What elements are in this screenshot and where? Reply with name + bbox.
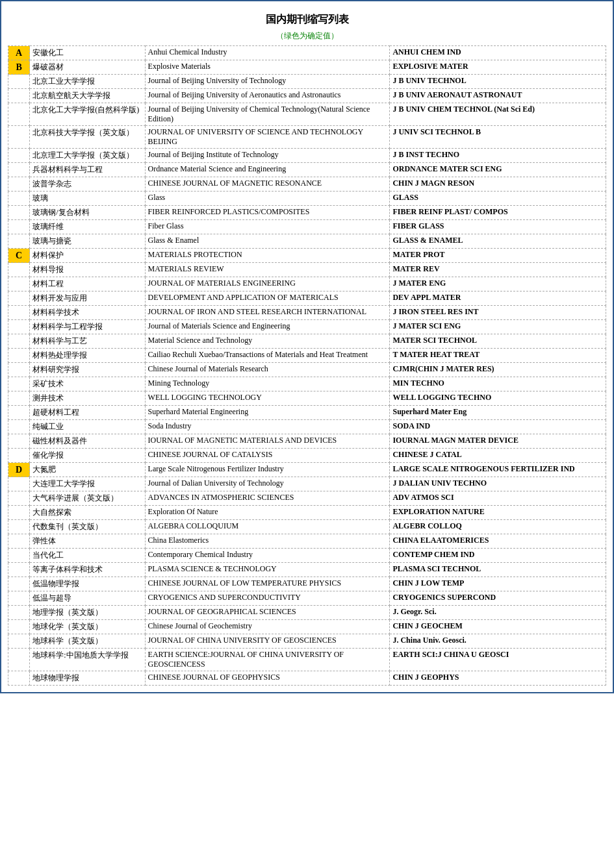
cn-name: 材料科学与工程学报 — [30, 320, 145, 334]
abbr: CRYOGENICS SUPERCOND — [390, 591, 606, 606]
letter-cell — [8, 234, 30, 249]
en-name: Chinese Journal of Materials Research — [145, 363, 390, 377]
en-name: Contemporary Chemical Industry — [145, 549, 390, 563]
cn-name: 玻璃钢/复合材料 — [30, 206, 145, 220]
table-row: 北京科技大学学报（英文版）JOURNAL OF UNIVERSITY OF SC… — [8, 126, 606, 149]
en-name: JOURNAL OF CHINA UNIVERSITY OF GEOSCIENC… — [145, 634, 390, 649]
cn-name: 北京理工大学学报（英文版） — [30, 149, 145, 163]
abbr: J B UNIV CHEM TECHNOL (Nat Sci Ed) — [390, 103, 606, 126]
letter-cell — [8, 220, 30, 234]
cn-name: 催化学报 — [30, 449, 145, 463]
cn-name: 低温物理学报 — [30, 577, 145, 591]
en-name: Journal of Materials Science and Enginee… — [145, 320, 390, 334]
letter-cell — [8, 306, 30, 320]
table-row: 玻璃与搪瓷Glass & EnamelGLASS & ENAMEL — [8, 234, 606, 249]
en-name: CHINESE JOURNAL OF CATALYSIS — [145, 449, 390, 463]
abbr: J IRON STEEL RES INT — [390, 306, 606, 320]
abbr: PLASMA SCI TECHNOL — [390, 563, 606, 577]
abbr: FIBER GLASS — [390, 220, 606, 234]
en-name: Anhui Chemical Industry — [145, 46, 390, 60]
cn-name: 采矿技术 — [30, 377, 145, 391]
en-name: ADVANCES IN ATMOSPHERIC SCIENCES — [145, 491, 390, 506]
table-row: 材料导报MATERIALS REVIEWMATER REV — [8, 263, 606, 277]
letter-cell — [8, 391, 30, 406]
cn-name: 弹性体 — [30, 534, 145, 549]
cn-name: 纯碱工业 — [30, 420, 145, 434]
main-title: 国内期刊缩写列表 — [8, 8, 606, 29]
cn-name: 北京科技大学学报（英文版） — [30, 126, 145, 149]
abbr: EARTH SCI:J CHINA U GEOSCI — [390, 649, 606, 671]
cn-name: 爆破器材 — [30, 60, 145, 75]
cn-name: 地理学报（英文版） — [30, 606, 145, 620]
table-row: 催化学报CHINESE JOURNAL OF CATALYSISCHINESE … — [8, 449, 606, 463]
en-name: Superhard Material Engineering — [145, 406, 390, 420]
en-name: Material Science and Technology — [145, 334, 390, 349]
table-row: 玻璃纤维Fiber GlassFIBER GLASS — [8, 220, 606, 234]
abbr: MIN TECHNO — [390, 377, 606, 391]
table-row: 材料科学与工艺Material Science and TechnologyMA… — [8, 334, 606, 349]
en-name: Journal of Beijing Institute of Technolo… — [145, 149, 390, 163]
cn-name: 玻璃纤维 — [30, 220, 145, 234]
letter-cell — [8, 549, 30, 563]
table-row: 地球物理学报CHINESE JOURNAL OF GEOPHYSICSCHIN … — [8, 671, 606, 686]
en-name: Journal of Dalian University of Technolo… — [145, 477, 390, 491]
abbr: LARGE SCALE NITROGENOUS FERTILIZER IND — [390, 463, 606, 477]
table-row: 兵器材料科学与工程Ordnance Material Science and E… — [8, 163, 606, 177]
abbr: FIBER REINF PLAST/ COMPOS — [390, 206, 606, 220]
table-row: 超硬材料工程Superhard Material EngineeringSupe… — [8, 406, 606, 420]
en-name: Exploration Of Nature — [145, 506, 390, 520]
abbr: CHINESE J CATAL — [390, 449, 606, 463]
letter-cell: D — [8, 463, 30, 477]
abbr: SODA IND — [390, 420, 606, 434]
cn-name: 大自然探索 — [30, 506, 145, 520]
letter-cell — [8, 277, 30, 291]
cn-name: 材料导报 — [30, 263, 145, 277]
en-name: Ordnance Material Science and Engineerin… — [145, 163, 390, 177]
table-row: 等离子体科学和技术PLASMA SCIENCE & TECHNOLOGYPLAS… — [8, 563, 606, 577]
abbr: J B UNIV AERONAUT ASTRONAUT — [390, 89, 606, 103]
en-name: JOURNAL OF GEOGRAPHICAL SCIENCES — [145, 606, 390, 620]
abbr: EXPLOSIVE MATER — [390, 60, 606, 75]
abbr: GLASS & ENAMEL — [390, 234, 606, 249]
abbr: CHINA ELAATOMERICES — [390, 534, 606, 549]
en-name: DEVELOPMENT AND APPLICATION OF MATERICAL… — [145, 291, 390, 306]
cn-name: 地球科学（英文版） — [30, 634, 145, 649]
en-name: CHINESE JOURNAL OF LOW TEMPERATURE PHYSI… — [145, 577, 390, 591]
cn-name: 安徽化工 — [30, 46, 145, 60]
letter-cell — [8, 363, 30, 377]
cn-name: 等离子体科学和技术 — [30, 563, 145, 577]
letter-cell — [8, 620, 30, 634]
en-name: ALGEBRA COLLOQUIUM — [145, 520, 390, 534]
letter-cell — [8, 534, 30, 549]
letter-cell — [8, 477, 30, 491]
en-name: Large Scale Nitrogenous Fertilizer Indus… — [145, 463, 390, 477]
table-row: D大氮肥Large Scale Nitrogenous Fertilizer I… — [8, 463, 606, 477]
en-name: PLASMA SCIENCE & TECHNOLOGY — [145, 563, 390, 577]
table-row: 代数集刊（英文版）ALGEBRA COLLOQUIUMALGEBR COLLOQ — [8, 520, 606, 534]
letter-cell — [8, 634, 30, 649]
cn-name: 材料开发与应用 — [30, 291, 145, 306]
journal-table: A安徽化工Anhui Chemical IndustryANHUI CHEM I… — [8, 45, 606, 686]
cn-name: 波普学杂志 — [30, 177, 145, 192]
letter-cell — [8, 334, 30, 349]
en-name: Cailiao Rechuli Xuebao/Transactions of M… — [145, 349, 390, 363]
cn-name: 地球科学:中国地质大学学报 — [30, 649, 145, 671]
cn-name: 兵器材料科学与工程 — [30, 163, 145, 177]
abbr: CONTEMP CHEM IND — [390, 549, 606, 563]
table-row: 材料研究学报Chinese Journal of Materials Resea… — [8, 363, 606, 377]
en-name: JOURNAL OF UNIVERSITY OF SCIENCE AND TEC… — [145, 126, 390, 149]
letter-cell — [8, 577, 30, 591]
abbr: CHIN J LOW TEMP — [390, 577, 606, 591]
letter-cell — [8, 75, 30, 89]
en-name: EARTH SCIENCE:JOURNAL OF CHINA UNIVERSIT… — [145, 649, 390, 671]
letter-cell: C — [8, 249, 30, 263]
en-name: China Elastomerics — [145, 534, 390, 549]
table-row: B爆破器材Explosive MaterialsEXPLOSIVE MATER — [8, 60, 606, 75]
cn-name: 玻璃 — [30, 192, 145, 206]
en-name: Glass — [145, 192, 390, 206]
abbr: J UNIV SCI TECHNOL B — [390, 126, 606, 149]
cn-name: 玻璃与搪瓷 — [30, 234, 145, 249]
en-name: CRYOGENICS AND SUPERCONDUCTIVITY — [145, 591, 390, 606]
letter-cell — [8, 649, 30, 671]
table-row: 当代化工Contemporary Chemical IndustryCONTEM… — [8, 549, 606, 563]
